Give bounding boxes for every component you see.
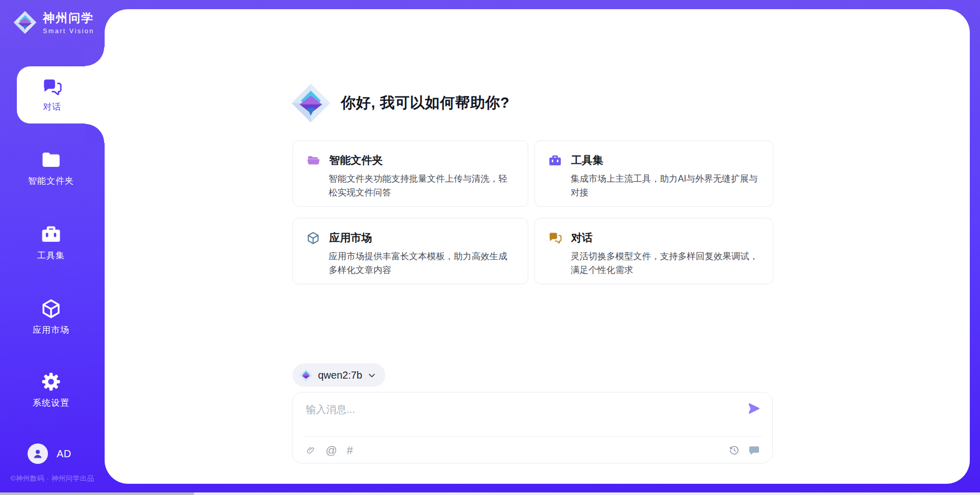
brand-diamond-icon	[13, 11, 37, 34]
app-subtitle: Smart Vision	[43, 28, 94, 35]
person-icon	[32, 448, 44, 460]
folder-icon	[306, 154, 320, 167]
card-toolset[interactable]: 工具集 集成市场上主流工具，助力AI与外界无缝扩展与对接	[534, 140, 773, 207]
sidebar-item-label: 对话	[43, 101, 61, 113]
user-name: AD	[57, 448, 71, 460]
card-description: 集成市场上主流工具，助力AI与外界无缝扩展与对接	[571, 172, 761, 200]
app-logo: 神州问学 Smart Vision	[13, 10, 94, 35]
chat-icon	[42, 77, 62, 97]
attachment-icon[interactable]	[306, 445, 316, 456]
sidebar-item-smart-folder[interactable]: 智能文件夹	[0, 149, 102, 187]
message-input[interactable]	[306, 401, 694, 418]
chat-icon	[548, 231, 562, 245]
card-title: 工具集	[571, 153, 603, 167]
brand-diamond-icon	[299, 368, 313, 382]
gear-icon	[40, 371, 62, 392]
sidebar-item-chat[interactable]: 对话	[17, 66, 105, 123]
feature-cards: 智能文件夹 智能文件夹功能支持批量文件上传与清洗，轻松实现文件问答 工具集 集成…	[292, 140, 774, 284]
sidebar-item-label: 智能文件夹	[28, 175, 74, 187]
chevron-down-icon	[368, 371, 376, 380]
briefcase-icon	[40, 224, 62, 245]
sidebar-item-label: 系统设置	[33, 397, 69, 409]
message-composer: @ #	[292, 392, 773, 463]
sidebar-item-app-market[interactable]: 应用市场	[0, 298, 102, 336]
card-title: 对话	[571, 231, 593, 245]
model-name: qwen2:7b	[318, 369, 362, 381]
user-profile[interactable]: AD	[28, 443, 71, 464]
sidebar-item-label: 工具集	[37, 250, 65, 261]
avatar	[28, 443, 48, 464]
sidebar-item-label: 应用市场	[33, 324, 69, 336]
hashtag-icon[interactable]: #	[347, 445, 353, 456]
card-app-market[interactable]: 应用市场 应用市场提供丰富长文本模板，助力高效生成多样化文章内容	[292, 218, 528, 284]
brand-diamond-icon	[291, 83, 331, 123]
card-description: 应用市场提供丰富长文本模板，助力高效生成多样化文章内容	[329, 250, 516, 277]
copyright-text: ©神州数码 · 神州问学出品	[0, 474, 105, 483]
history-icon[interactable]	[729, 445, 740, 456]
card-chat[interactable]: 对话 灵活切换多模型文件，支持多样回复效果调试，满足个性化需求	[534, 218, 773, 284]
card-title: 应用市场	[329, 231, 372, 245]
briefcase-icon	[548, 154, 562, 167]
card-description: 智能文件夹功能支持批量文件上传与清洗，轻松实现文件问答	[329, 172, 516, 200]
mention-icon[interactable]: @	[326, 445, 337, 456]
send-icon[interactable]	[747, 402, 761, 416]
app-title: 神州问学	[43, 10, 94, 26]
folder-icon	[40, 149, 62, 170]
message-icon[interactable]	[748, 444, 760, 456]
greeting-title: 你好, 我可以如何帮助你?	[341, 93, 509, 113]
greeting-block: 你好, 我可以如何帮助你?	[291, 83, 509, 123]
sidebar-item-toolset[interactable]: 工具集	[0, 224, 102, 261]
card-title: 智能文件夹	[329, 153, 383, 167]
composer-divider	[303, 436, 762, 437]
model-selector[interactable]: qwen2:7b	[292, 363, 385, 387]
cube-grid-icon	[306, 231, 320, 245]
horizontal-scrollbar-track	[0, 492, 980, 495]
cube-icon	[40, 298, 62, 319]
sidebar-item-settings[interactable]: 系统设置	[0, 371, 102, 409]
card-smart-folder[interactable]: 智能文件夹 智能文件夹功能支持批量文件上传与清洗，轻松实现文件问答	[292, 140, 528, 207]
horizontal-scrollbar-thumb[interactable]	[0, 492, 194, 495]
card-description: 灵活切换多模型文件，支持多样回复效果调试，满足个性化需求	[571, 250, 761, 277]
